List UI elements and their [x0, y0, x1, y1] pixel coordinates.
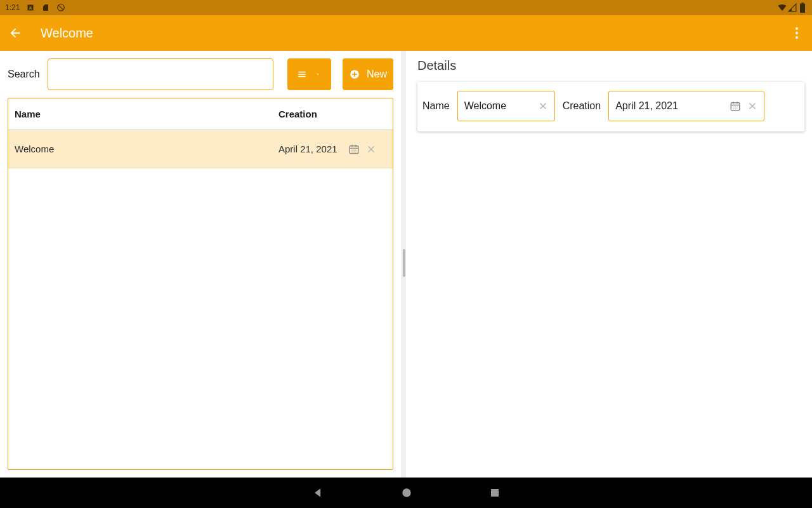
close-icon[interactable] — [366, 144, 376, 154]
row-actions — [348, 144, 393, 155]
clear-name-icon[interactable] — [538, 101, 548, 111]
creation-field[interactable]: April 21, 2021 — [608, 91, 764, 121]
svg-point-16 — [737, 107, 738, 108]
svg-point-7 — [351, 149, 353, 150]
table-row[interactable]: Welcome April 21, 2021 — [8, 130, 393, 168]
app-icon: A — [26, 3, 35, 12]
svg-rect-4 — [801, 3, 803, 4]
details-title: Details — [417, 58, 804, 73]
status-time: 1:21 — [5, 3, 20, 12]
list-icon — [296, 70, 308, 79]
calendar-icon[interactable] — [348, 144, 360, 155]
items-table: Name Creation Welcome April 21, 2021 — [8, 98, 393, 470]
svg-point-14 — [733, 107, 734, 108]
svg-point-12 — [355, 151, 357, 152]
page-title: Welcome — [41, 26, 93, 41]
name-field[interactable]: Welcome — [457, 91, 555, 121]
svg-text:A: A — [29, 6, 32, 10]
no-sync-icon — [56, 3, 65, 12]
overflow-menu-button[interactable] — [789, 25, 804, 41]
column-header-creation[interactable]: Creation — [278, 109, 393, 119]
content-area: Search New Name Creation Welcome April 2… — [0, 51, 812, 478]
new-button[interactable]: New — [343, 58, 393, 90]
overflow-dot-icon — [796, 32, 798, 34]
chevron-down-icon — [314, 72, 322, 77]
creation-field-label: Creation — [563, 100, 601, 112]
svg-rect-3 — [800, 4, 805, 13]
circle-home-icon — [400, 486, 413, 499]
svg-point-8 — [353, 149, 355, 150]
app-bar-left: Welcome — [8, 25, 93, 41]
svg-point-19 — [737, 109, 738, 110]
status-bar-right — [778, 3, 807, 12]
name-field-label: Name — [422, 100, 450, 112]
svg-point-10 — [351, 151, 353, 152]
svg-point-11 — [353, 151, 355, 152]
calendar-icon[interactable] — [730, 100, 741, 112]
status-bar-left: 1:21 A — [5, 3, 65, 12]
list-pane: Search New Name Creation Welcome April 2… — [0, 51, 401, 478]
battery-icon — [798, 3, 807, 12]
nav-home-button[interactable] — [400, 486, 413, 499]
clear-creation-icon[interactable] — [747, 101, 757, 111]
creation-field-value: April 21, 2021 — [615, 100, 723, 112]
filter-button[interactable] — [287, 58, 331, 90]
pane-divider[interactable] — [401, 51, 406, 478]
plus-circle-icon — [349, 69, 360, 80]
new-button-label: New — [367, 69, 387, 80]
cell-name: Welcome — [8, 144, 278, 154]
system-nav-bar — [0, 478, 812, 508]
search-input[interactable] — [48, 58, 273, 90]
overflow-dot-icon — [796, 36, 798, 39]
svg-point-15 — [735, 107, 736, 108]
sd-card-icon — [41, 3, 50, 12]
svg-point-17 — [733, 109, 734, 110]
arrow-back-icon — [8, 26, 22, 40]
wifi-icon — [778, 3, 787, 12]
search-label: Search — [8, 69, 40, 80]
nav-back-button[interactable] — [311, 486, 324, 499]
details-pane: Details Name Welcome Creation April 21, … — [406, 51, 812, 478]
triangle-back-icon — [311, 486, 324, 499]
search-row: Search New — [8, 58, 393, 90]
app-bar: Welcome — [0, 15, 812, 51]
svg-rect-21 — [491, 489, 499, 497]
square-recent-icon — [489, 487, 501, 498]
back-button[interactable] — [8, 25, 23, 41]
signal-icon — [788, 3, 797, 12]
column-header-name[interactable]: Name — [8, 109, 278, 119]
overflow-dot-icon — [796, 27, 798, 30]
svg-point-9 — [355, 149, 357, 150]
cell-creation: April 21, 2021 — [278, 144, 348, 154]
status-bar: 1:21 A — [0, 0, 812, 15]
name-field-value: Welcome — [464, 100, 532, 112]
table-header: Name Creation — [8, 98, 393, 130]
nav-recent-button[interactable] — [489, 487, 501, 498]
svg-point-18 — [735, 109, 736, 110]
details-card: Name Welcome Creation April 21, 2021 — [417, 82, 804, 131]
svg-point-20 — [402, 488, 410, 497]
